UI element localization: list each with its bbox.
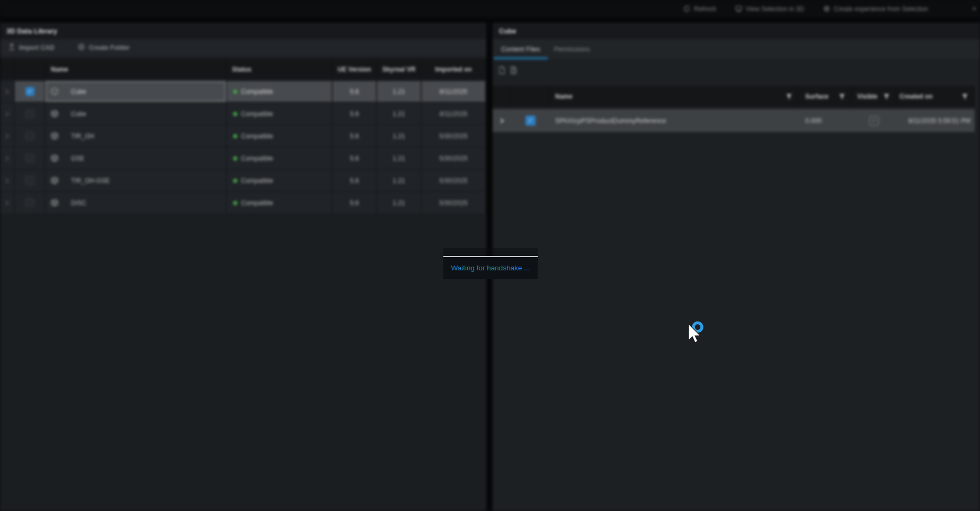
library-row[interactable]: TIR_OHCompatible5.61.215/30/2025 [0, 126, 486, 146]
library-row[interactable]: CubeCompatible5.61.218/11/2025 [0, 103, 486, 124]
chevron-down-icon[interactable]: ▾ [973, 5, 976, 12]
refresh-button[interactable]: Refresh [683, 5, 716, 13]
cube-icon [51, 199, 58, 207]
filter-icon[interactable] [786, 93, 792, 100]
library-table-header: Name Status UE Version Skyreal VR Import… [0, 59, 486, 80]
row-checkbox[interactable]: ✓ [15, 81, 46, 102]
cube-icon [51, 87, 58, 95]
column-header-ue-version[interactable]: UE Version [333, 59, 377, 80]
row-expand-chevron-icon[interactable] [0, 148, 15, 169]
visible-cell[interactable]: ✓ [852, 109, 896, 132]
library-row[interactable]: DISCCompatible5.61.215/30/2025 [0, 192, 486, 213]
skyreal-vr-cell: 1.21 [377, 103, 422, 124]
data-library-panel: 3D Data Library Import CAD Create Folder [0, 23, 486, 511]
asset-name-cell[interactable]: DISC [46, 192, 227, 213]
ue-version-cell: 5.6 [333, 103, 377, 124]
imported-on-cell: 5/30/2025 [422, 192, 486, 213]
content-files-view: Name Surface Visible [493, 59, 980, 511]
status-dot-icon [233, 201, 237, 205]
file-paste-icon[interactable] [510, 66, 517, 77]
create-experience-label: Create experience from Selection [834, 5, 928, 13]
imported-on-cell: 8/11/2025 [422, 103, 486, 124]
row-expand-chevron-icon[interactable] [0, 192, 15, 213]
asset-name-cell[interactable]: Cube [46, 81, 227, 102]
detail-tabs: Content Files Permissions [493, 39, 980, 59]
import-cad-button[interactable]: Import CAD [8, 43, 55, 52]
filter-icon[interactable] [883, 93, 890, 100]
library-panel-title: 3D Data Library [0, 23, 486, 39]
row-checkbox[interactable] [15, 170, 46, 191]
row-expand-chevron-icon[interactable] [0, 126, 15, 146]
asset-name-cell[interactable]: TIR_OH [46, 126, 227, 146]
status-cell: Compatible [227, 192, 333, 213]
filter-icon[interactable] [839, 93, 845, 100]
gear-icon [823, 5, 830, 12]
row-expand-chevron-icon[interactable] [493, 109, 511, 132]
status-dot-icon [233, 179, 237, 183]
status-dot-icon [233, 90, 237, 94]
view-selection-3d-button[interactable]: View Selection in 3D [735, 5, 804, 13]
ue-version-cell: 5.6 [333, 192, 377, 213]
ue-version-cell: 5.6 [333, 126, 377, 146]
handshake-message: Waiting for handshake ... [443, 257, 538, 279]
asset-name-cell[interactable]: TIR_OH-GSE [46, 170, 227, 191]
asset-name-cell[interactable]: GSE [46, 148, 227, 169]
asset-name: GSE [71, 155, 84, 162]
column-header-imported-on[interactable]: Imported on [422, 59, 486, 80]
refresh-label: Refresh [694, 5, 716, 13]
skyreal-vr-cell: 1.21 [377, 192, 422, 213]
library-table: Name Status UE Version Skyreal VR Import… [0, 59, 486, 213]
surface-cell: 0.000 [799, 109, 852, 132]
library-row[interactable]: ✓CubeCompatible5.61.218/11/2025 [0, 81, 486, 102]
file-copy-icon[interactable] [498, 66, 505, 77]
asset-name: Cube [71, 110, 86, 118]
imported-on-cell: 5/30/2025 [422, 126, 486, 146]
handshake-popup: Waiting for handshake ... [443, 248, 538, 279]
asset-name-cell[interactable]: Cube [46, 103, 227, 124]
detail-panel-title: Cube [493, 23, 980, 39]
column-header-status[interactable]: Status [227, 59, 333, 80]
import-icon [8, 43, 15, 52]
library-row[interactable]: TIR_OH-GSECompatible5.61.215/30/2025 [0, 170, 486, 191]
tab-permissions[interactable]: Permissions [549, 46, 599, 59]
status-label: Compatible [241, 177, 273, 184]
library-row[interactable]: GSECompatible5.61.215/30/2025 [0, 148, 486, 169]
row-expand-chevron-icon[interactable] [0, 170, 15, 191]
tab-content-files[interactable]: Content Files [496, 46, 549, 59]
filter-icon[interactable] [961, 93, 968, 100]
create-experience-button[interactable]: Create experience from Selection [823, 5, 928, 13]
status-label: Compatible [241, 199, 273, 207]
skyreal-vr-cell: 1.21 [377, 126, 422, 146]
status-cell: Compatible [227, 103, 333, 124]
status-dot-icon [233, 112, 237, 116]
column-header-name[interactable]: Name [46, 59, 227, 80]
status-cell: Compatible [227, 126, 333, 146]
row-checkbox[interactable] [15, 126, 46, 146]
column-header-file-name[interactable]: Name [550, 86, 799, 107]
column-header-skyreal-vr[interactable]: Skyreal VR [377, 59, 422, 80]
create-folder-button[interactable]: Create Folder [78, 43, 130, 52]
row-checkbox[interactable] [15, 192, 46, 213]
column-header-visible[interactable]: Visible [852, 86, 896, 107]
content-file-row[interactable]: ✓SPAXIcpPSProductDummyReference0.000✓8/1… [493, 109, 975, 132]
status-label: Compatible [241, 88, 273, 95]
asset-name: TIR_OH-GSE [71, 177, 110, 184]
column-header-created-on[interactable]: Created on [896, 86, 975, 107]
ue-version-cell: 5.6 [333, 81, 377, 102]
asset-name: Cube [71, 88, 86, 95]
imported-on-cell: 5/30/2025 [422, 148, 486, 169]
top-toolbar: Refresh View Selection in 3D Create expe… [0, 0, 980, 17]
status-cell: Compatible [227, 81, 333, 102]
cube-icon [51, 177, 58, 184]
row-checkbox[interactable] [15, 148, 46, 169]
row-expand-chevron-icon[interactable] [0, 103, 15, 124]
row-expand-chevron-icon[interactable] [0, 81, 15, 102]
ue-version-cell: 5.6 [333, 170, 377, 191]
row-checkbox[interactable]: ✓ [511, 109, 550, 132]
row-checkbox[interactable] [15, 103, 46, 124]
status-label: Compatible [241, 155, 273, 162]
asset-name: DISC [71, 199, 86, 207]
visible-checkbox: ✓ [869, 116, 879, 126]
column-header-surface[interactable]: Surface [799, 86, 852, 107]
status-dot-icon [233, 134, 237, 138]
